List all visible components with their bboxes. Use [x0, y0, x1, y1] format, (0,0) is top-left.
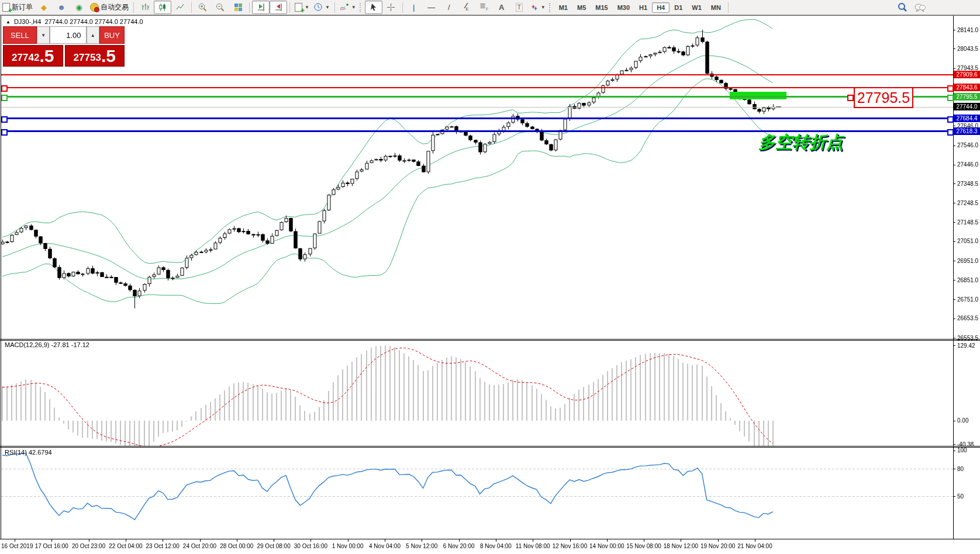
- zoom-out-icon: [216, 3, 225, 12]
- price-axis-tick: 27148.5: [957, 219, 978, 226]
- indicators-button[interactable]: ▼: [337, 1, 358, 14]
- chart-canvas[interactable]: [0, 0, 980, 554]
- buy-price-main: 27753: [74, 51, 101, 65]
- toolbar-grip: [360, 3, 362, 12]
- date-axis-label: 28 Oct 00:00: [220, 543, 253, 549]
- fibonacci-button[interactable]: ≣F: [475, 1, 493, 14]
- timeframe-button-MN[interactable]: MN: [706, 2, 726, 13]
- volume-increase-button[interactable]: ▲: [87, 26, 99, 44]
- toolbar-grip: [549, 3, 551, 12]
- mt4-window: 新订单 ◆ ☻ ◉ 自动交易 ▼ ▼ ▼ | — / ∕∕E ≣F A: [0, 0, 980, 554]
- date-axis-label: 15 Nov 08:00: [626, 543, 661, 549]
- signal-button[interactable]: ◉: [70, 1, 88, 14]
- rsi-axis-tick: 100: [957, 447, 967, 453]
- separator: [133, 2, 134, 13]
- timeframe-button-H1[interactable]: H1: [634, 2, 652, 13]
- new-chart-button[interactable]: ▼: [292, 1, 312, 14]
- date-axis-label: 23 Oct 12:00: [146, 543, 180, 549]
- vertical-line-button[interactable]: |: [405, 1, 423, 14]
- horizontal-line-27795.5[interactable]: [1, 96, 953, 98]
- timeframe-button-M1[interactable]: M1: [554, 2, 572, 13]
- date-axis-label: 19 Nov 20:00: [701, 543, 736, 549]
- date-axis-label: 4 Nov 04:00: [369, 543, 401, 549]
- date-axis-label: 30 Oct 16:00: [294, 543, 327, 549]
- autotrade-label: 自动交易: [101, 2, 129, 12]
- price-axis-tick: 26653.5: [957, 315, 978, 321]
- price-axis-tick: 26951.0: [957, 258, 978, 264]
- callout-anchor-handle[interactable]: [847, 95, 854, 101]
- buy-button[interactable]: BUY: [99, 26, 125, 44]
- timeframe-button-M5[interactable]: M5: [572, 2, 591, 13]
- horizontal-line-27843.6[interactable]: [1, 87, 953, 88]
- chevron-up-icon: ▲: [91, 33, 95, 38]
- timeframe-button-M15[interactable]: M15: [591, 2, 612, 13]
- chevron-down-icon: ▼: [305, 5, 309, 10]
- price-callout-box[interactable]: 27795.5: [854, 87, 913, 108]
- channel-button[interactable]: ∕∕E: [458, 1, 475, 14]
- autotrade-icon: [90, 3, 99, 12]
- zoom-out-button[interactable]: [212, 1, 229, 14]
- date-axis-label: 11 Nov 08:00: [516, 543, 550, 549]
- line-handle[interactable]: [1, 85, 8, 92]
- macd-label: MACD(12,26,9) -27.81 -17.12: [5, 341, 89, 348]
- macd-axis-tick: 0.00: [957, 417, 968, 424]
- separator: [728, 2, 729, 13]
- price-badge-27618.3: 27618.3: [954, 127, 980, 135]
- note-text[interactable]: 多空转折点: [758, 131, 843, 154]
- cursor-button[interactable]: [365, 1, 382, 14]
- timeframe-bar: M1M5M15M30H1H4D1W1MN: [554, 2, 726, 13]
- current-price-line: [1, 107, 953, 108]
- crosshair-button[interactable]: [382, 1, 400, 14]
- new-order-button[interactable]: 新订单: [0, 1, 35, 14]
- price-axis-tick: 28043.5: [957, 46, 978, 52]
- line-handle[interactable]: [947, 129, 954, 136]
- arrows-icon: [530, 4, 539, 12]
- line-handle[interactable]: [1, 129, 8, 136]
- horizontal-line-button[interactable]: —: [423, 1, 440, 14]
- auto-scroll-button[interactable]: [252, 1, 270, 14]
- search-button[interactable]: [893, 1, 911, 14]
- account-icon: ☻: [57, 4, 65, 11]
- candlestick-chart-button[interactable]: [154, 1, 171, 14]
- volume-input[interactable]: 1.00: [50, 26, 86, 44]
- separator: [334, 2, 335, 13]
- price-badge-27843.6: 27843.6: [954, 84, 980, 91]
- horizontal-line-27684.4[interactable]: [1, 117, 953, 119]
- date-axis-label: 8 Nov 04:00: [480, 543, 512, 549]
- timeframe-button-D1[interactable]: D1: [670, 2, 687, 13]
- horizontal-line-27909.6[interactable]: [1, 74, 953, 75]
- arrows-button[interactable]: ▼: [528, 1, 548, 14]
- sell-button[interactable]: SELL: [3, 26, 37, 44]
- buy-price-button[interactable]: 27753 .5: [65, 45, 125, 67]
- line-handle[interactable]: [1, 116, 8, 123]
- tile-windows-button[interactable]: [229, 1, 247, 14]
- signal-icon: ◉: [75, 4, 82, 11]
- chat-button[interactable]: [911, 1, 929, 14]
- account-button[interactable]: ☻: [53, 1, 70, 14]
- bar-chart-button[interactable]: [136, 1, 154, 14]
- line-handle[interactable]: [947, 85, 954, 92]
- horizontal-line-27618.3[interactable]: [1, 130, 953, 132]
- line-handle[interactable]: [947, 95, 954, 101]
- text-label-button[interactable]: T: [510, 1, 528, 14]
- chart-shift-button[interactable]: [270, 1, 287, 14]
- price-axis-tick: 26851.0: [957, 277, 978, 283]
- timeframe-button-H4[interactable]: H4: [652, 2, 670, 13]
- line-handle[interactable]: [1, 95, 8, 101]
- sell-price-main: 27742: [12, 51, 39, 65]
- periods-button[interactable]: ▼: [312, 1, 332, 14]
- line-chart-button[interactable]: [171, 1, 189, 14]
- line-handle[interactable]: [947, 116, 954, 123]
- gold-button[interactable]: ◆: [35, 1, 53, 14]
- autotrade-button[interactable]: 自动交易: [88, 1, 131, 14]
- text-button[interactable]: A: [493, 1, 510, 14]
- separator: [191, 2, 192, 13]
- volume-decrease-button[interactable]: ▼: [37, 26, 50, 44]
- collapse-panel-icon[interactable]: ▲: [6, 19, 11, 25]
- sell-price-button[interactable]: 27742 .5: [3, 45, 63, 67]
- new-chart-icon: [295, 3, 302, 12]
- timeframe-button-W1[interactable]: W1: [687, 2, 706, 13]
- zoom-in-button[interactable]: [194, 1, 212, 14]
- trendline-button[interactable]: /: [440, 1, 458, 14]
- timeframe-button-M30[interactable]: M30: [613, 2, 634, 13]
